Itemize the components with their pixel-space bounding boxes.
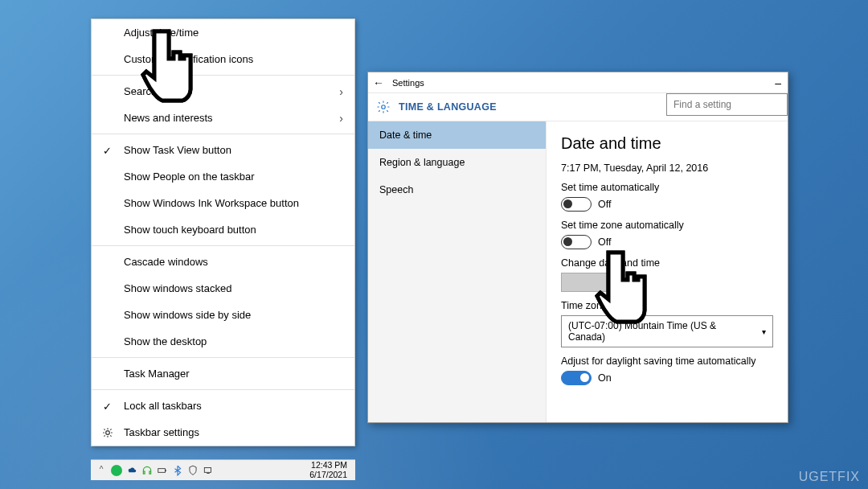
svg-rect-2: [204, 467, 211, 472]
separator: [92, 75, 354, 76]
ctx-show-task-view[interactable]: ✓ Show Task View button: [92, 137, 354, 163]
toggle-state: Off: [598, 236, 611, 248]
settings-search-input[interactable]: [666, 93, 788, 116]
ctx-label: Show Task View button: [124, 144, 231, 156]
set-tz-auto-toggle[interactable]: [561, 235, 592, 249]
category-title: TIME & LANGUAGE: [399, 101, 497, 113]
taskbar: ^ 12:43 PM 6/17/2021: [91, 459, 355, 480]
battery-icon[interactable]: [157, 465, 168, 476]
sidebar-item-speech[interactable]: Speech: [368, 176, 546, 203]
separator: [92, 357, 354, 358]
check-icon: ✓: [103, 144, 112, 156]
set-time-auto-label: Set time automatically: [561, 182, 773, 193]
bluetooth-icon[interactable]: [172, 465, 183, 476]
ctx-taskbar-settings[interactable]: Taskbar settings: [92, 419, 354, 446]
dst-toggle[interactable]: [561, 371, 592, 385]
sidebar-item-region-language[interactable]: Region & language: [368, 149, 546, 176]
svg-rect-0: [158, 468, 166, 472]
taskbar-date: 6/17/2021: [309, 471, 347, 480]
onedrive-icon[interactable]: [126, 465, 137, 476]
ctx-task-manager[interactable]: Task Manager: [92, 360, 354, 387]
back-button[interactable]: ←: [373, 76, 384, 89]
ctx-stacked[interactable]: Show windows stacked: [92, 275, 354, 302]
page-title: Date and time: [561, 134, 773, 153]
ctx-show-touch-keyboard[interactable]: Show touch keyboard button: [92, 216, 354, 243]
separator: [92, 389, 354, 390]
time-zone-select[interactable]: (UTC-07:00) Mountain Time (US & Canada) …: [561, 315, 773, 347]
headphones-icon[interactable]: [141, 465, 153, 476]
ctx-label: Search: [124, 85, 157, 97]
time-zone-label: Time zone: [561, 300, 773, 311]
set-tz-auto-label: Set time zone automatically: [561, 220, 773, 231]
spotify-icon[interactable]: [111, 465, 122, 476]
network-icon[interactable]: [203, 465, 214, 476]
settings-header: TIME & LANGUAGE: [368, 93, 788, 121]
toggle-state: On: [598, 372, 612, 384]
ctx-label: Taskbar settings: [124, 426, 199, 438]
svg-rect-1: [166, 469, 166, 471]
settings-body: Date & time Region & language Speech Dat…: [368, 121, 788, 422]
ctx-label: News and interests: [124, 112, 213, 124]
separator: [92, 134, 354, 134]
taskbar-context-menu: Adjust date/time Customize notification …: [91, 18, 355, 446]
ctx-show-ink-workspace[interactable]: Show Windows Ink Workspace button: [92, 190, 354, 216]
ctx-show-people[interactable]: Show People on the taskbar: [92, 163, 354, 190]
tray-icons: ^: [96, 465, 214, 476]
window-title: Settings: [392, 78, 424, 88]
taskbar-clock[interactable]: 12:43 PM 6/17/2021: [309, 461, 350, 479]
ctx-show-desktop[interactable]: Show the desktop: [92, 328, 354, 355]
gear-icon: [102, 427, 113, 438]
ctx-adjust-date-time[interactable]: Adjust date/time: [92, 19, 354, 46]
toggle-state: Off: [598, 199, 611, 210]
chevron-right-icon: ›: [339, 112, 343, 125]
titlebar[interactable]: ← Settings –: [368, 72, 788, 93]
change-button[interactable]: [561, 273, 616, 292]
chevron-right-icon: ›: [339, 85, 343, 98]
set-time-auto-toggle[interactable]: [561, 197, 592, 212]
ctx-side-by-side[interactable]: Show windows side by side: [92, 302, 354, 328]
change-date-time-label: Change date and time: [561, 257, 773, 269]
ctx-label: Lock all taskbars: [124, 400, 202, 412]
dst-label: Adjust for daylight saving time automati…: [561, 355, 773, 367]
ctx-customize-notification-icons[interactable]: Customize notification icons: [92, 46, 354, 72]
ctx-lock-taskbars[interactable]: ✓ Lock all taskbars: [92, 392, 354, 419]
ctx-search[interactable]: Search ›: [92, 78, 354, 105]
minimize-icon[interactable]: –: [775, 76, 781, 89]
ctx-cascade-windows[interactable]: Cascade windows: [92, 249, 354, 275]
check-icon: ✓: [103, 400, 112, 412]
chevron-down-icon: ▾: [762, 327, 766, 336]
security-icon[interactable]: [187, 465, 199, 476]
svg-point-3: [382, 105, 386, 109]
sidebar-item-date-time[interactable]: Date & time: [368, 121, 546, 149]
watermark: UGETFIX: [799, 470, 860, 484]
taskbar-time: 12:43 PM: [309, 461, 347, 471]
separator: [92, 245, 354, 246]
settings-content: Date and time 7:17 PM, Tuesday, April 12…: [547, 121, 788, 422]
current-datetime: 7:17 PM, Tuesday, April 12, 2016: [561, 162, 773, 174]
gear-icon: [376, 100, 391, 114]
settings-sidebar: Date & time Region & language Speech: [368, 121, 547, 422]
time-zone-value: (UTC-07:00) Mountain Time (US & Canada): [568, 320, 716, 343]
ctx-news-interests[interactable]: News and interests ›: [92, 105, 354, 131]
chevron-up-icon[interactable]: ^: [96, 465, 107, 476]
settings-window: ← Settings – TIME & LANGUAGE Date & time…: [367, 72, 788, 423]
